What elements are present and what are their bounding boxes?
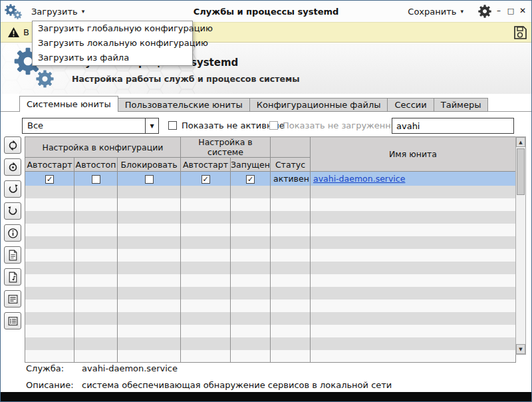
- running-checkbox[interactable]: ✓: [246, 175, 255, 184]
- restart-button[interactable]: [4, 158, 21, 176]
- table-row-empty: [25, 236, 516, 249]
- undo-arrow-icon: [7, 206, 19, 217]
- app-gears-icon: [5, 3, 23, 20]
- side-toolbar: [4, 136, 21, 329]
- table-row-empty: [25, 287, 516, 300]
- save-menu-button[interactable]: Сохранить ▾: [402, 1, 469, 22]
- scroll-up-icon[interactable]: ▲: [516, 137, 525, 147]
- status-cell: активен: [271, 172, 311, 186]
- show-unloaded-checkbox[interactable]: [269, 121, 278, 130]
- table-row-empty: [25, 211, 516, 224]
- journal-icon: [7, 272, 19, 283]
- table-row-empty: [25, 300, 516, 312]
- service-label: Служба:: [26, 363, 64, 373]
- load-menu-label: Загрузить: [31, 7, 78, 17]
- table-row-empty: [25, 262, 516, 274]
- info-icon: [7, 228, 19, 239]
- redo-arrow-icon: [7, 184, 19, 195]
- refresh-icon: [7, 140, 19, 151]
- table-row-empty: [25, 224, 516, 236]
- menu-item-load-local[interactable]: Загрузить локальную конфигурацию: [33, 36, 192, 51]
- column-header-block: Блокировать: [118, 158, 181, 172]
- table-row-empty: [25, 350, 516, 363]
- undo-button[interactable]: [4, 202, 21, 220]
- save-file-icon[interactable]: [513, 25, 527, 40]
- show-inactive-checkbox[interactable]: [168, 121, 177, 130]
- block-checkbox[interactable]: [145, 175, 154, 184]
- description-label: Описание:: [26, 380, 74, 390]
- tab-config-files[interactable]: Конфигурационные файлы: [250, 98, 388, 112]
- minimize-button[interactable]: –: [493, 1, 505, 21]
- tab-bar: Системные юниты Пользовательские юниты К…: [19, 96, 488, 112]
- table-row-empty: [25, 312, 516, 325]
- vertical-scrollbar[interactable]: ▲ ▼: [515, 136, 526, 355]
- titlebar: Загрузить ▾ Службы и процессы systemd Со…: [1, 1, 531, 22]
- tab-system-units[interactable]: Системные юниты: [19, 96, 118, 112]
- refresh-button[interactable]: [4, 136, 21, 154]
- app-window: Загрузить ▾ Службы и процессы systemd Со…: [0, 0, 532, 402]
- file-icon: [7, 250, 19, 261]
- unit-table-body: ✓ ✓ ✓ активен avahi-daemon.service: [25, 172, 516, 363]
- list-button[interactable]: [4, 312, 21, 329]
- group-header-empty: [271, 137, 311, 158]
- search-input[interactable]: [392, 118, 514, 134]
- units-table: Настройка в конфигурации Настройка в сис…: [25, 136, 515, 363]
- list-icon: [7, 315, 19, 327]
- restart-icon: [7, 162, 19, 173]
- column-header-unit-name: Имя юнита: [311, 137, 516, 172]
- scrollbar-thumb[interactable]: [517, 148, 525, 195]
- save-menu-label: Сохранить: [408, 7, 456, 17]
- unit-filter-dropdown[interactable]: Все ▼: [22, 118, 159, 134]
- unit-filter-value: Все: [27, 118, 43, 133]
- settings-gear-icon[interactable]: [478, 5, 491, 18]
- journal-button[interactable]: [4, 268, 21, 286]
- column-header-running: Запущен: [231, 158, 271, 172]
- bottom-bar: [1, 392, 531, 401]
- maximize-button[interactable]: □: [505, 1, 517, 21]
- tab-sessions[interactable]: Сессии: [388, 98, 434, 112]
- column-header-autostart-config: Автостарт: [25, 158, 74, 172]
- caret-down-icon: ▾: [460, 8, 464, 15]
- caret-down-icon: ▾: [82, 8, 85, 15]
- autostart-config-checkbox[interactable]: ✓: [45, 175, 54, 184]
- load-menu-popup: Загрузить глобальную конфигурацию Загруз…: [32, 21, 193, 66]
- table-row-empty: [25, 337, 516, 350]
- table-row-empty: [25, 325, 516, 337]
- table-row-avahi[interactable]: ✓ ✓ ✓ активен avahi-daemon.service: [25, 172, 516, 186]
- autostop-checkbox[interactable]: [92, 175, 100, 184]
- chevron-down-icon[interactable]: ▼: [145, 118, 158, 133]
- column-header-status: Статус: [271, 158, 311, 172]
- table-row-empty: [25, 249, 516, 262]
- warning-text: В: [23, 23, 29, 42]
- redo-button[interactable]: [4, 180, 21, 198]
- table-row-empty: [25, 274, 516, 287]
- description-value: система обеспечивающая обнаружение серви…: [82, 380, 392, 390]
- file-button[interactable]: [4, 246, 21, 264]
- column-header-autostart-system: Автостарт: [181, 158, 231, 172]
- column-header-autostop: Автостоп: [74, 158, 118, 172]
- unit-name-link[interactable]: avahi-daemon.service: [313, 174, 405, 184]
- info-button[interactable]: [4, 224, 21, 242]
- tab-timers[interactable]: Таймеры: [434, 98, 489, 112]
- service-value: avahi-daemon.service: [82, 363, 178, 373]
- menu-item-load-global[interactable]: Загрузить глобальную конфигурацию: [33, 21, 192, 36]
- show-unloaded-label: Показать не загруженные: [283, 118, 403, 134]
- table-row-empty: [25, 186, 516, 198]
- table-row-empty: [25, 198, 516, 211]
- load-menu-button[interactable]: Загрузить ▾: [26, 1, 90, 22]
- scroll-down-icon[interactable]: ▼: [516, 344, 525, 354]
- log-button[interactable]: [4, 290, 21, 307]
- group-header-system: Настройка в системе: [181, 137, 271, 158]
- log-icon: [7, 294, 19, 305]
- autostart-system-checkbox[interactable]: ✓: [201, 175, 210, 184]
- tab-user-units[interactable]: Пользовательские юниты: [118, 98, 250, 112]
- menu-item-load-file[interactable]: Загрузить из файла: [33, 51, 192, 65]
- group-header-config: Настройка в конфигурации: [25, 137, 181, 158]
- warning-icon: [7, 27, 20, 38]
- close-button[interactable]: ✕: [517, 1, 529, 21]
- banner-subtitle: Настройка работы служб и процессов систе…: [72, 74, 299, 84]
